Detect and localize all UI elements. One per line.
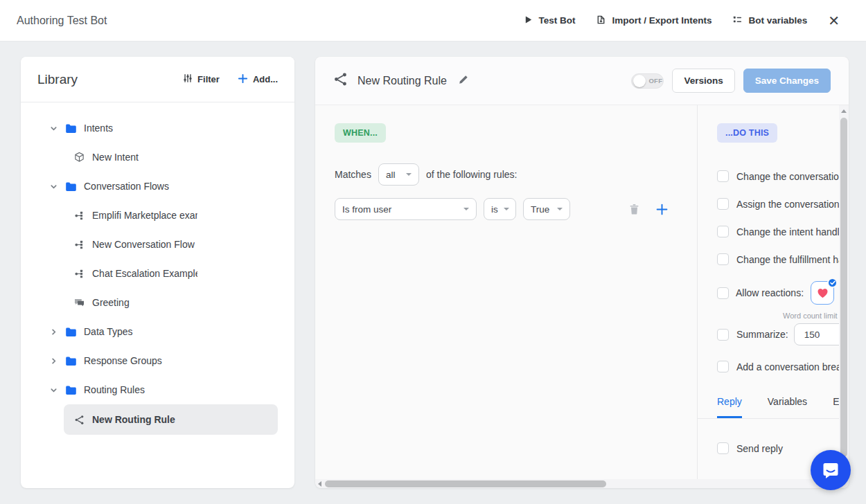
summarize-checkbox[interactable] bbox=[717, 329, 729, 341]
selected-check-icon bbox=[827, 278, 838, 288]
matches-prefix: Matches bbox=[335, 169, 371, 180]
tree-item-label: Routing Rules bbox=[84, 384, 145, 395]
tree-item-intents[interactable]: Intents bbox=[37, 114, 278, 143]
conversation-break-label: Add a conversation break bbox=[736, 361, 839, 372]
chevron-down-icon bbox=[557, 208, 563, 210]
test-bot-button[interactable]: Test Bot bbox=[524, 15, 575, 26]
flow-icon bbox=[73, 210, 85, 221]
assign-conversation-checkbox[interactable] bbox=[717, 198, 729, 210]
tree-item-label: Intents bbox=[84, 123, 113, 134]
tree-item-response-groups[interactable]: Response Groups bbox=[37, 346, 278, 375]
filter-button[interactable]: Filter bbox=[183, 73, 220, 85]
match-mode-dropdown[interactable]: all bbox=[378, 163, 419, 186]
bot-variables-label: Bot variables bbox=[748, 15, 807, 26]
chevron-down-icon[interactable] bbox=[49, 125, 58, 132]
rule-field-dropdown[interactable]: Is from user bbox=[335, 198, 477, 220]
rule-operator-value: is bbox=[491, 204, 498, 215]
chevron-down-icon bbox=[406, 173, 412, 176]
tree-item-label: Response Groups bbox=[84, 355, 162, 366]
change-fulfillment-handler-checkbox[interactable] bbox=[717, 253, 729, 265]
chevron-down-icon[interactable] bbox=[49, 386, 58, 394]
flow-icon bbox=[73, 269, 85, 279]
delete-rule-icon[interactable] bbox=[629, 204, 639, 215]
tree-item-conversation-flows[interactable]: Conversation Flows bbox=[37, 172, 278, 201]
tree-item-new-intent[interactable]: New Intent bbox=[37, 143, 278, 172]
tree-item-new-conversation-flow[interactable]: New Conversation Flow bbox=[37, 230, 278, 259]
play-icon bbox=[524, 15, 533, 26]
folder-icon bbox=[64, 356, 77, 366]
reply-tabs: Reply Variables Email bbox=[698, 396, 839, 419]
tab-reply[interactable]: Reply bbox=[717, 396, 742, 418]
action-label: Change the intent handler bbox=[736, 226, 839, 237]
edit-pencil-icon[interactable] bbox=[458, 74, 469, 88]
rule-value: True bbox=[531, 204, 549, 215]
tree-item-new-routing-rule[interactable]: New Routing Rule bbox=[64, 404, 278, 435]
tree-item-chat-escalation[interactable]: Chat Escalation Example bbox=[37, 259, 278, 288]
add-rule-icon[interactable] bbox=[656, 204, 668, 215]
routing-rule-icon bbox=[333, 72, 348, 89]
top-bar: Authoring Test Bot Test Bot Import / Exp… bbox=[0, 0, 866, 42]
chevron-down-icon bbox=[504, 208, 509, 210]
versions-button[interactable]: Versions bbox=[672, 69, 734, 93]
library-title: Library bbox=[37, 72, 183, 87]
bot-variables-button[interactable]: Bot variables bbox=[732, 15, 807, 27]
scroll-left-icon[interactable] bbox=[318, 481, 321, 487]
tree-item-routing-rules[interactable]: Routing Rules bbox=[37, 375, 278, 404]
tab-email[interactable]: Email bbox=[833, 396, 839, 418]
change-intent-handler-checkbox[interactable] bbox=[717, 226, 729, 237]
tree-item-data-types[interactable]: Data Types bbox=[37, 317, 278, 346]
action-row-change-fulfillment-handler: Change the fulfillment handler bbox=[717, 253, 839, 265]
tab-variables[interactable]: Variables bbox=[768, 396, 807, 418]
matches-row: Matches all of the following rules: bbox=[335, 163, 678, 186]
editor-title: New Routing Rule bbox=[357, 75, 447, 87]
import-export-intents-button[interactable]: Import / Export Intents bbox=[596, 15, 712, 27]
tree-item-emplifi-marketplace[interactable]: Emplifi Marketplace example bbox=[37, 201, 278, 230]
folder-icon bbox=[64, 385, 77, 395]
action-label: Assign the conversation to bbox=[736, 199, 839, 210]
horizontal-scrollbar[interactable] bbox=[315, 479, 849, 488]
vertical-scrollbar[interactable] bbox=[839, 105, 849, 479]
plus-icon bbox=[238, 73, 248, 86]
tree-item-label: Data Types bbox=[84, 326, 133, 337]
tree-item-greeting[interactable]: Greeting bbox=[37, 288, 278, 317]
library-header: Library Filter Add... bbox=[21, 57, 294, 102]
tree-item-label: Greeting bbox=[92, 297, 130, 308]
rule-value-dropdown[interactable]: True bbox=[523, 198, 570, 220]
summarize-label: Summarize: bbox=[736, 329, 788, 340]
horizontal-scrollbar-thumb[interactable] bbox=[325, 480, 606, 487]
save-changes-button[interactable]: Save Changes bbox=[743, 69, 831, 93]
conversation-break-checkbox[interactable] bbox=[717, 361, 729, 372]
routing-rule-icon bbox=[73, 415, 85, 425]
chat-launcher-button[interactable] bbox=[811, 450, 851, 490]
filter-icon bbox=[183, 73, 193, 85]
scroll-up-icon[interactable] bbox=[841, 109, 847, 113]
chevron-right-icon[interactable] bbox=[49, 357, 58, 365]
word-count-input[interactable] bbox=[794, 323, 839, 345]
when-badge: WHEN... bbox=[335, 123, 386, 143]
toggle-state-label: OFF bbox=[648, 77, 662, 84]
conversation-break-row: Add a conversation break bbox=[717, 361, 839, 372]
heart-icon bbox=[817, 288, 829, 298]
allow-reactions-row: Allow reactions: 😜 bbox=[717, 281, 839, 305]
vertical-scrollbar-thumb[interactable] bbox=[840, 118, 847, 457]
action-row-change-intent-handler: Change the intent handler bbox=[717, 226, 839, 237]
intent-cube-icon bbox=[73, 152, 85, 163]
enabled-toggle[interactable]: OFF bbox=[631, 73, 664, 89]
do-this-badge: ...DO THIS bbox=[717, 123, 777, 143]
reaction-heart-chip[interactable] bbox=[811, 281, 834, 305]
send-reply-label: Send reply bbox=[736, 443, 783, 454]
chevron-right-icon[interactable] bbox=[49, 328, 58, 336]
import-export-label: Import / Export Intents bbox=[612, 15, 712, 26]
close-icon[interactable]: ✕ bbox=[828, 14, 840, 28]
rule-row: Is from user is True bbox=[335, 198, 678, 220]
chevron-down-icon[interactable] bbox=[49, 183, 58, 190]
bot-title: Authoring Test Bot bbox=[17, 15, 107, 27]
allow-reactions-checkbox[interactable] bbox=[717, 287, 729, 299]
chat-message-icon bbox=[73, 298, 85, 307]
editor-header: New Routing Rule OFF Versions Save Chang… bbox=[315, 57, 849, 105]
rule-operator-dropdown[interactable]: is bbox=[484, 198, 516, 220]
do-this-section: ...DO THIS Change the conversation statu… bbox=[698, 105, 839, 479]
add-button[interactable]: Add... bbox=[238, 73, 278, 86]
send-reply-checkbox[interactable] bbox=[717, 442, 729, 454]
change-status-checkbox[interactable] bbox=[717, 170, 729, 182]
